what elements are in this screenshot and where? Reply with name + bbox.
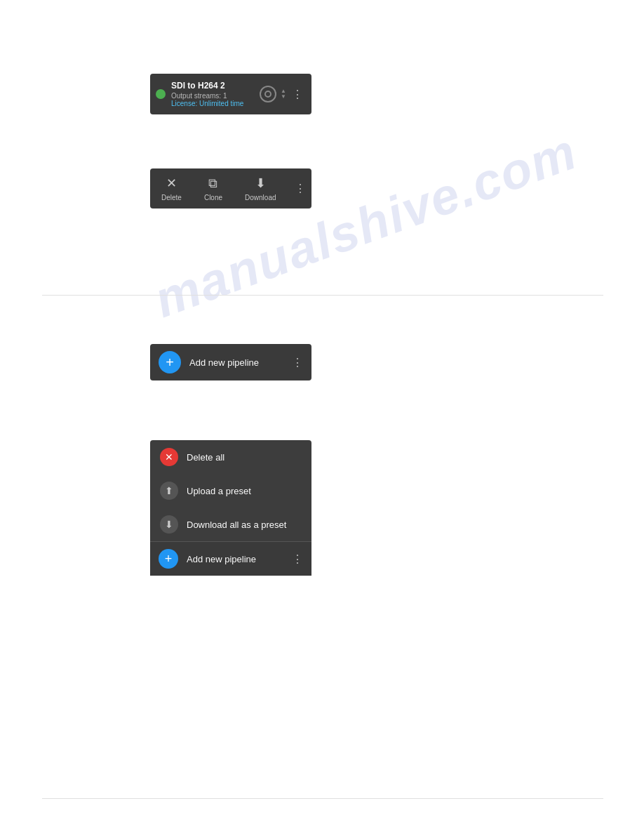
- watermark: manualshive.com: [147, 122, 584, 329]
- download-preset-icon: ⬇: [160, 515, 178, 534]
- license-value: Unlimited time: [199, 100, 243, 107]
- add-pipeline-bottom-menu[interactable]: ⋮: [292, 552, 303, 566]
- pipeline-controls: ▲ ▼ ⋮: [260, 86, 306, 102]
- section-divider-top: [42, 295, 603, 296]
- dropdown-download-preset[interactable]: ⬇ Download all as a preset: [150, 508, 311, 541]
- pipeline-info: SDI to H264 2 Output streams: 1 License:…: [171, 81, 260, 107]
- delete-all-icon: ✕: [160, 448, 178, 466]
- add-pipeline-bottom-plus-icon: +: [165, 552, 173, 567]
- action-bar-menu-button[interactable]: ⋮: [289, 182, 311, 195]
- status-dot: [156, 89, 166, 99]
- dropdown-add-pipeline[interactable]: + Add new pipeline ⋮: [150, 541, 311, 576]
- delete-button[interactable]: ✕ Delete: [150, 168, 193, 208]
- download-button[interactable]: ⬇ Download: [234, 168, 287, 208]
- chevron-down-icon: ▼: [281, 94, 286, 100]
- record-inner: [264, 91, 271, 98]
- pipeline-card: SDI to H264 2 Output streams: 1 License:…: [150, 74, 311, 114]
- add-pipeline-label: Add new pipeline: [189, 357, 292, 368]
- section-divider-bottom: [42, 798, 603, 799]
- download-label: Download: [245, 194, 276, 201]
- add-pipeline-menu-button[interactable]: ⋮: [292, 356, 303, 369]
- delete-icon: ✕: [166, 176, 177, 191]
- dropdown-menu: ✕ Delete all ⬆ Upload a preset ⬇ Downloa…: [150, 440, 311, 576]
- upload-preset-icon: ⬆: [160, 482, 178, 500]
- dropdown-upload-preset[interactable]: ⬆ Upload a preset: [150, 474, 311, 508]
- download-preset-label: Download all as a preset: [187, 519, 286, 530]
- clone-icon: ⧉: [208, 176, 217, 191]
- pipeline-license: License: Unlimited time: [171, 100, 260, 107]
- add-pipeline-button[interactable]: + Add new pipeline ⋮: [150, 344, 311, 380]
- add-circle-icon: +: [159, 351, 181, 373]
- action-bar: ✕ Delete ⧉ Clone ⬇ Download ⋮: [150, 168, 311, 208]
- chevron-group[interactable]: ▲ ▼: [281, 88, 286, 100]
- add-pipeline-bottom-label: Add new pipeline: [187, 554, 292, 564]
- delete-label: Delete: [161, 194, 182, 201]
- dropdown-delete-all[interactable]: ✕ Delete all: [150, 440, 311, 474]
- add-pipeline-bottom-circle: +: [159, 549, 178, 569]
- record-button[interactable]: [260, 86, 276, 102]
- plus-icon: +: [166, 355, 174, 371]
- pipeline-output: Output streams: 1: [171, 92, 260, 100]
- download-icon: ⬇: [255, 176, 266, 191]
- delete-all-label: Delete all: [187, 452, 224, 463]
- clone-button[interactable]: ⧉ Clone: [193, 169, 234, 208]
- clone-label: Clone: [204, 194, 222, 201]
- pipeline-card-menu-button[interactable]: ⋮: [289, 88, 306, 101]
- license-label: License:: [171, 100, 197, 107]
- upload-preset-label: Upload a preset: [187, 486, 251, 496]
- pipeline-title: SDI to H264 2: [171, 81, 260, 91]
